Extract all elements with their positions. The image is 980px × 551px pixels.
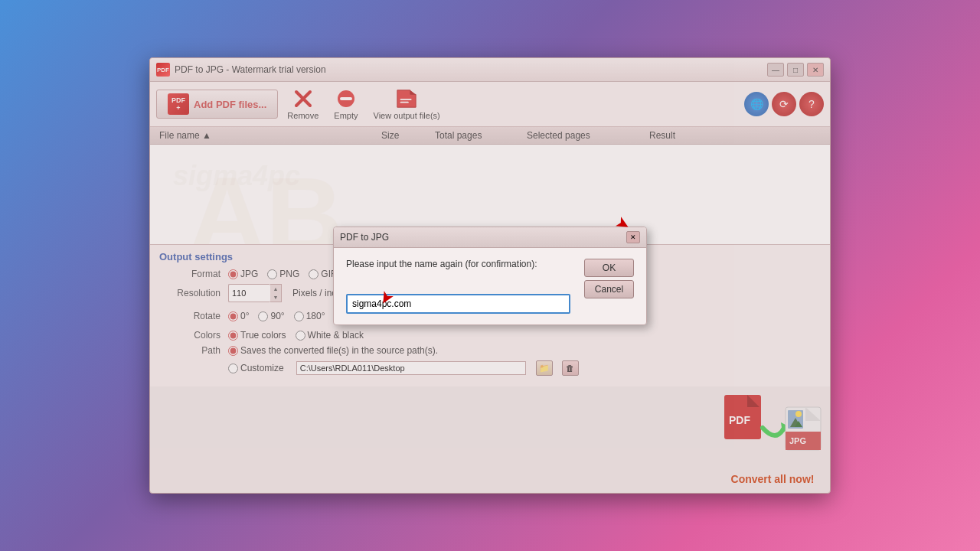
dialog-message: Please input the name again (for confirm… xyxy=(346,259,570,269)
main-window: PDF PDF to JPG - Watermark trial version… xyxy=(149,57,831,494)
dialog-body: Please input the name again (for confirm… xyxy=(334,248,646,324)
dialog-title: PDF to JPG xyxy=(340,232,389,243)
dialog-title-bar: PDF to JPG ✕ xyxy=(334,227,646,248)
dialog-content-area: Please input the name again (for confirm… xyxy=(346,259,634,314)
dialog-overlay: PDF to JPG ✕ Please input the name again… xyxy=(150,58,830,493)
dialog-left: Please input the name again (for confirm… xyxy=(346,259,570,314)
dialog-spacer xyxy=(346,277,570,291)
dialog-main: Please input the name again (for confirm… xyxy=(346,259,634,314)
dialog-close-button[interactable]: ✕ xyxy=(626,231,640,243)
dialog-ok-button[interactable]: OK xyxy=(584,259,634,277)
dialog-cancel-button[interactable]: Cancel xyxy=(584,280,634,298)
dialog-buttons: OK Cancel xyxy=(584,259,634,314)
dialog: PDF to JPG ✕ Please input the name again… xyxy=(333,227,647,325)
dialog-name-input[interactable] xyxy=(346,294,570,314)
